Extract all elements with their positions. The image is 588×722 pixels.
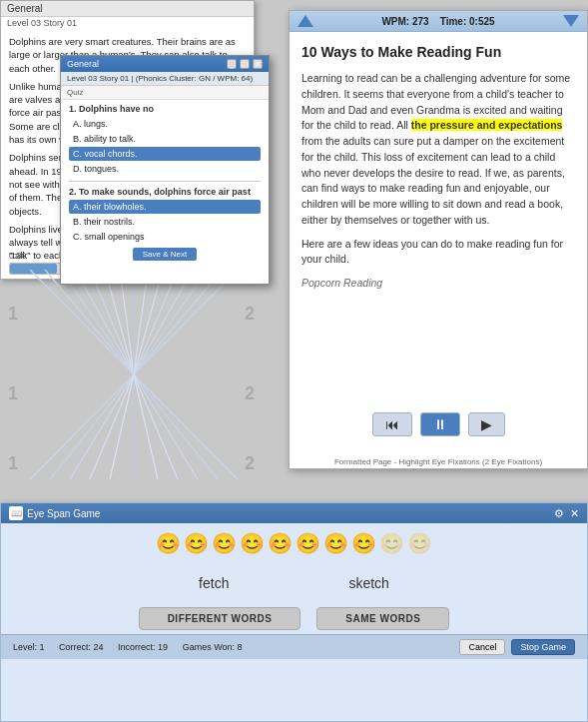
- quiz-option-2c[interactable]: C. small openings: [69, 230, 261, 244]
- quiz-body: 1. Dolphins have no A. lungs. B. ability…: [61, 100, 269, 265]
- eyespan-emoji-row: 😊😊😊😊😊😊😊😊😊😊: [1, 523, 587, 559]
- reading-paragraph-1: Learning to read can be a challenging ad…: [301, 71, 575, 229]
- speed-line-br4: [134, 374, 178, 479]
- eyespan-app-icon: 📖: [9, 506, 23, 520]
- level-stat: Level: 1: [13, 642, 45, 652]
- quiz-titlebar: General _ □ ✕: [61, 56, 269, 72]
- emoji-item-6: 😊: [323, 531, 348, 555]
- label-2-mid: 2: [245, 383, 255, 403]
- speed-line-r1: [134, 270, 238, 374]
- quiz-option-1b[interactable]: B. ability to talk.: [69, 132, 261, 146]
- eyespan-status-bar: Level: 1 Correct: 24 Incorrect: 19 Games…: [1, 634, 587, 659]
- reading-stats: WPM: 273 Time: 0:525: [381, 16, 494, 27]
- eyespan-stop-btn[interactable]: Stop Game: [511, 639, 575, 655]
- quiz-option-2a[interactable]: A. their blowholes.: [69, 200, 261, 214]
- eyespan-title-text: Eye Span Game: [27, 508, 100, 519]
- speed-line-bl4: [90, 374, 134, 479]
- speed-line-r4: [134, 270, 193, 374]
- quiz-info-bar2: Quiz: [61, 86, 269, 100]
- quiz-title: General: [67, 59, 99, 69]
- panel-subheader: Level 03 Story 01: [1, 17, 254, 29]
- reading-body: 10 Ways to Make Reading Fun Learning to …: [290, 32, 587, 310]
- reading-title: 10 Ways to Make Reading Fun: [301, 42, 575, 63]
- eyespan-titlebar: 📖 Eye Span Game ⚙ ✕: [1, 503, 587, 523]
- panel-header: General: [1, 1, 254, 17]
- eyespan-cancel-btn[interactable]: Cancel: [459, 639, 505, 655]
- quiz-window-controls: _ □ ✕: [227, 59, 263, 69]
- eyespan-words-row: fetch sketch: [1, 559, 587, 599]
- quiz-nav: Save & Next: [69, 248, 261, 261]
- speed-line-l4: [75, 270, 134, 374]
- speed-line-l2: [45, 270, 134, 374]
- emoji-item-3: 😊: [240, 531, 265, 555]
- word-right: sketch: [348, 575, 388, 591]
- panel-header-text: General: [7, 3, 43, 14]
- quiz-info-text: Level 03 Story 01 | (Phonics Cluster: GN…: [67, 74, 253, 83]
- quiz-maximize-btn[interactable]: □: [240, 59, 250, 69]
- eyespan-panel: 📖 Eye Span Game ⚙ ✕ 😊😊😊😊😊😊😊😊😊😊 fetch ske…: [0, 502, 588, 722]
- quiz-panel: General _ □ ✕ Level 03 Story 01 | (Phoni…: [60, 55, 270, 285]
- eyespan-status-left: Level: 1 Correct: 24 Incorrect: 19 Games…: [13, 642, 255, 652]
- eyespan-status-right: Cancel Stop Game: [459, 639, 575, 655]
- word-left: fetch: [199, 575, 229, 591]
- quiz-question-2: 2. To make sounds, dolphins force air pa…: [69, 187, 261, 197]
- quiz-option-1c[interactable]: C. vocal chords.: [69, 147, 261, 161]
- reading-footer: Formatted Page - Highlight Eye Fixations…: [290, 457, 587, 466]
- quiz-question-1: 1. Dolphins have no: [69, 104, 261, 114]
- rewind-btn[interactable]: ⏮: [372, 412, 412, 436]
- label-1-top: 1: [8, 304, 18, 324]
- emoji-item-2: 😊: [212, 531, 237, 555]
- speed-lines-svg: 1 1 1 2 2 2: [0, 260, 268, 489]
- emoji-item-8: 😊: [379, 531, 404, 555]
- emoji-item-5: 😊: [295, 531, 320, 555]
- speed-line-r2: [134, 270, 223, 374]
- quiz-option-1d[interactable]: D. tongues.: [69, 162, 261, 176]
- eyespan-close-icon[interactable]: ✕: [570, 507, 579, 520]
- play-btn[interactable]: ▶: [468, 412, 505, 436]
- label-2-bot: 2: [245, 453, 255, 473]
- scroll-up-icon[interactable]: [297, 15, 313, 27]
- quiz-save-next-btn[interactable]: Save & Next: [133, 248, 197, 261]
- different-words-btn[interactable]: DIFFERENT WORDS: [139, 607, 301, 630]
- quiz-minimize-btn[interactable]: _: [227, 59, 237, 69]
- speed-lines-area: 1 1 1 2 2 2: [0, 260, 268, 489]
- incorrect-stat: Incorrect: 19: [118, 642, 168, 652]
- speed-line-bl3: [70, 374, 134, 479]
- emoji-item-1: 😊: [184, 531, 209, 555]
- wpm-stat: WPM: 273: [381, 16, 428, 27]
- panel-subheader-text: Level 03 Story 01: [7, 18, 77, 28]
- speed-line-l1: [30, 270, 134, 374]
- reading-panel: WPM: 273 Time: 0:525 10 Ways to Make Rea…: [289, 10, 588, 469]
- speed-line-r6: [134, 270, 163, 374]
- correct-stat: Correct: 24: [59, 642, 104, 652]
- quiz-option-2b[interactable]: B. their nostrils.: [69, 215, 261, 229]
- reading-highlight: the pressure and expectations: [411, 119, 563, 131]
- quiz-option-1a[interactable]: A. lungs.: [69, 117, 261, 131]
- scroll-down-icon[interactable]: [563, 15, 579, 27]
- emoji-item-4: 😊: [268, 531, 293, 555]
- reading-text-after-highlight: from the adults can sure put a damper on…: [301, 135, 565, 226]
- label-1-bot: 1: [8, 453, 18, 473]
- eyespan-buttons-row: DIFFERENT WORDS SAME WORDS: [1, 599, 587, 634]
- emoji-item-0: 😊: [156, 531, 181, 555]
- reading-paragraph-2: Here are a few ideas you can do to make …: [301, 237, 575, 269]
- pause-btn[interactable]: ⏸: [420, 412, 460, 436]
- eyespan-window-controls: ⚙ ✕: [554, 507, 579, 520]
- quiz-close-btn[interactable]: ✕: [253, 59, 263, 69]
- speed-line-l6: [105, 270, 134, 374]
- reading-paragraph-3: Popcorn Reading: [301, 276, 575, 292]
- quiz-info2-text: Quiz: [67, 88, 83, 97]
- eyespan-settings-icon[interactable]: ⚙: [554, 507, 564, 520]
- speed-line-bl1: [30, 374, 134, 479]
- quiz-divider: [69, 181, 261, 182]
- label-2-top: 2: [245, 304, 255, 324]
- emoji-item-7: 😊: [351, 531, 376, 555]
- speed-line-br3: [134, 374, 198, 479]
- time-stat: Time: 0:525: [440, 16, 495, 27]
- same-words-btn[interactable]: SAME WORDS: [316, 607, 449, 630]
- reading-titlebar: WPM: 273 Time: 0:525: [290, 11, 587, 32]
- speed-line-br1: [134, 374, 238, 479]
- eyespan-title-left: 📖 Eye Span Game: [9, 506, 100, 520]
- label-1-mid: 1: [8, 383, 18, 403]
- games-stat: Games Won: 8: [183, 642, 243, 652]
